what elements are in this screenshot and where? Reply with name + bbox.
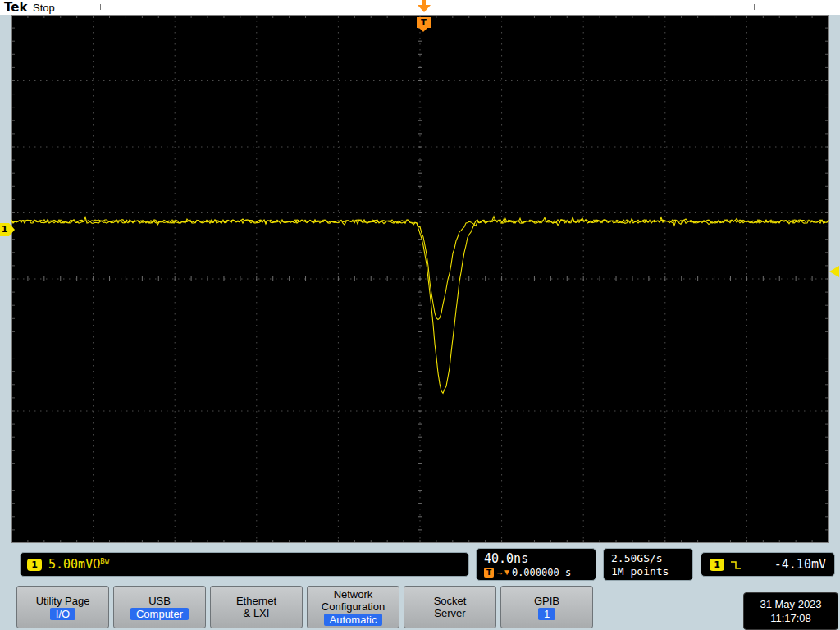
trigger-level-marker-icon[interactable]: [829, 266, 839, 277]
time-value: 11:17:08: [770, 611, 811, 625]
channel1-waveform: [11, 15, 829, 543]
menu-button-usb[interactable]: USB Computer: [113, 586, 206, 628]
falling-edge-icon: [730, 559, 742, 570]
bandwidth-limit-indicator: Bw: [100, 557, 109, 565]
waveform-display: T: [11, 15, 829, 543]
menu-button-network-configuration[interactable]: Network Configuration Automatic: [307, 586, 399, 628]
channel1-badge: 1: [27, 559, 42, 571]
trigger-position-flag[interactable]: T: [417, 17, 431, 28]
top-status-bar: Tek Stop: [0, 0, 840, 15]
record-length: 1M points: [611, 565, 692, 578]
menu-button-socket-server[interactable]: Socket Server: [404, 586, 496, 628]
datetime-display: 31 May 2023 11:17:08: [743, 592, 838, 630]
menu-value: I/O: [50, 608, 75, 620]
timebase-readout: 40.0ns T →▼ 0.000000 s: [476, 548, 596, 581]
tek-logo: Tek: [4, 0, 27, 15]
menu-button-gpib[interactable]: GPIB 1: [500, 586, 593, 628]
acquisition-readout: 2.50GS/s 1M points: [603, 548, 693, 581]
menu-label: Utility Page: [36, 595, 90, 607]
sample-rate: 2.50GS/s: [611, 552, 692, 564]
channel1-coupling: Ω: [93, 557, 100, 572]
date-value: 31 May 2023: [760, 597, 821, 611]
menu-label: GPIB: [534, 595, 559, 607]
menu-button-ethernet-lxi[interactable]: Ethernet & LXI: [210, 586, 303, 628]
channel1-scale-value: 5.00mV: [48, 557, 93, 572]
channel1-ground-marker[interactable]: 1: [0, 223, 9, 236]
trigger-position-arrowhead-icon[interactable]: [418, 5, 431, 12]
trigger-t-icon: T: [484, 568, 494, 578]
menu-value: Computer: [130, 608, 189, 620]
trigger-level-value: -4.10mV: [774, 557, 826, 572]
menu-label: Socket Server: [434, 595, 467, 619]
record-view-start-tick: [100, 4, 101, 10]
menu-value: 1: [538, 608, 555, 620]
menu-label: USB: [148, 595, 171, 607]
acquisition-status: Stop: [33, 2, 55, 14]
trigger-position-indicator-icon: →▼: [495, 568, 510, 577]
trigger-position-value: 0.000000 s: [512, 567, 571, 578]
menu-label: Ethernet & LXI: [236, 595, 276, 619]
menu-value: Automatic: [324, 614, 383, 626]
menu-button-utility-page[interactable]: Utility Page I/O: [16, 586, 109, 628]
record-view-end-tick: [754, 4, 755, 10]
timebase-scale: 40.0ns: [484, 551, 596, 566]
trigger-source-badge: 1: [710, 559, 724, 571]
channel1-scale: 5.00mVΩBw: [48, 557, 109, 572]
menu-label: Network Configuration: [322, 588, 385, 613]
trigger-readout: 1 -4.10mV: [701, 552, 835, 577]
channel1-readout: 1 5.00mVΩBw: [20, 552, 469, 577]
